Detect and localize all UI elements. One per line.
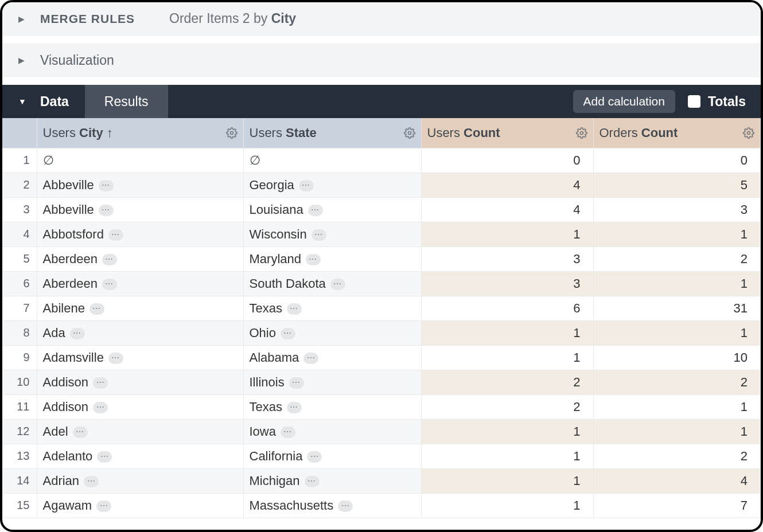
cell-orders-count[interactable]: 0 <box>593 148 761 173</box>
cell-state[interactable]: South Dakota <box>243 271 421 296</box>
gear-icon[interactable] <box>226 127 238 139</box>
column-header-state[interactable]: Users State <box>243 118 421 148</box>
ellipsis-icon[interactable] <box>289 377 304 389</box>
cell-city[interactable]: Adelanto <box>37 444 243 468</box>
cell-users-count[interactable]: 1 <box>421 320 593 345</box>
ellipsis-icon[interactable] <box>70 328 85 339</box>
cell-users-count[interactable]: 2 <box>421 370 593 394</box>
cell-orders-count[interactable]: 1 <box>593 222 761 247</box>
cell-orders-count[interactable]: 2 <box>593 247 761 271</box>
cell-users-count[interactable]: 3 <box>421 271 593 296</box>
ellipsis-icon[interactable] <box>287 402 302 413</box>
cell-state[interactable]: Georgia <box>243 173 421 197</box>
data-section-toggle[interactable]: Data <box>2 85 85 118</box>
cell-state[interactable]: Wisconsin <box>243 222 421 247</box>
cell-users-count[interactable]: 1 <box>421 444 593 468</box>
cell-city[interactable]: Abbotsford <box>37 222 243 247</box>
cell-city[interactable]: Addison <box>37 394 243 419</box>
ellipsis-icon[interactable] <box>93 377 108 389</box>
gear-icon[interactable] <box>404 127 415 139</box>
ellipsis-icon[interactable] <box>99 180 114 191</box>
cell-city[interactable]: Abbeville <box>37 173 243 197</box>
gear-icon[interactable] <box>743 127 754 139</box>
ellipsis-icon[interactable] <box>96 500 111 512</box>
cell-users-count[interactable]: 3 <box>421 247 593 271</box>
ellipsis-icon[interactable] <box>307 451 322 463</box>
ellipsis-icon[interactable] <box>108 353 123 364</box>
cell-state[interactable]: Louisiana <box>243 197 421 222</box>
ellipsis-icon[interactable] <box>303 353 318 364</box>
cell-users-count[interactable]: 4 <box>421 197 593 222</box>
cell-users-count[interactable]: 1 <box>421 493 593 518</box>
cell-city[interactable]: Adrian <box>37 468 243 493</box>
visualization-section[interactable]: Visualization <box>2 44 761 77</box>
ellipsis-icon[interactable] <box>312 229 326 241</box>
cell-orders-count[interactable]: 1 <box>593 419 761 444</box>
cell-city[interactable]: Abbeville <box>37 197 243 222</box>
add-calculation-button[interactable]: Add calculation <box>573 90 675 113</box>
cell-orders-count[interactable]: 5 <box>593 173 761 197</box>
ellipsis-icon[interactable] <box>84 476 99 487</box>
cell-users-count[interactable]: 0 <box>421 148 593 173</box>
cell-orders-count[interactable]: 1 <box>593 394 761 419</box>
ellipsis-icon[interactable] <box>308 205 323 216</box>
cell-state[interactable]: Ohio <box>243 320 421 345</box>
ellipsis-icon[interactable] <box>73 427 88 438</box>
ellipsis-icon[interactable] <box>89 303 104 315</box>
ellipsis-icon[interactable] <box>102 254 117 265</box>
cell-orders-count[interactable]: 2 <box>593 370 761 394</box>
cell-orders-count[interactable]: 1 <box>593 320 761 345</box>
cell-orders-count[interactable]: 10 <box>593 345 761 370</box>
cell-users-count[interactable]: 4 <box>421 173 593 197</box>
cell-users-count[interactable]: 6 <box>421 296 593 320</box>
cell-orders-count[interactable]: 3 <box>593 197 761 222</box>
ellipsis-icon[interactable] <box>287 303 302 315</box>
cell-orders-count[interactable]: 31 <box>593 296 761 320</box>
cell-city[interactable]: Agawam <box>37 493 243 518</box>
column-header-orders-count[interactable]: Orders Count <box>593 118 761 148</box>
cell-users-count[interactable]: 2 <box>421 394 593 419</box>
ellipsis-icon[interactable] <box>338 500 353 512</box>
cell-users-count[interactable]: 1 <box>421 222 593 247</box>
cell-city[interactable]: Aberdeen <box>37 271 243 296</box>
cell-state[interactable]: Iowa <box>243 419 421 444</box>
cell-state[interactable]: Texas <box>243 394 421 419</box>
gear-icon[interactable] <box>576 127 587 139</box>
ellipsis-icon[interactable] <box>299 180 314 191</box>
ellipsis-icon[interactable] <box>281 328 295 339</box>
totals-checkbox[interactable] <box>688 95 700 108</box>
cell-state[interactable]: ∅ <box>243 148 421 173</box>
cell-state[interactable]: Texas <box>243 296 421 320</box>
ellipsis-icon[interactable] <box>97 451 112 463</box>
ellipsis-icon[interactable] <box>330 279 345 290</box>
ellipsis-icon[interactable] <box>93 402 108 413</box>
column-header-city[interactable]: Users City↑ <box>37 118 243 148</box>
cell-state[interactable]: Alabama <box>243 345 421 370</box>
ellipsis-icon[interactable] <box>281 427 295 438</box>
cell-city[interactable]: Adel <box>37 419 243 444</box>
cell-orders-count[interactable]: 4 <box>593 468 761 493</box>
cell-state[interactable]: Michigan <box>243 468 421 493</box>
ellipsis-icon[interactable] <box>102 279 117 290</box>
ellipsis-icon[interactable] <box>305 476 320 487</box>
ellipsis-icon[interactable] <box>306 254 321 265</box>
cell-state[interactable]: Maryland <box>243 247 421 271</box>
cell-state[interactable]: Massachusetts <box>243 493 421 518</box>
cell-city[interactable]: Aberdeen <box>37 247 243 271</box>
cell-orders-count[interactable]: 1 <box>593 271 761 296</box>
cell-users-count[interactable]: 1 <box>421 419 593 444</box>
ellipsis-icon[interactable] <box>108 229 123 241</box>
merge-rules-section[interactable]: MERGE RULES Order Items 2 by City <box>2 2 761 36</box>
cell-city[interactable]: Abilene <box>37 296 243 320</box>
cell-users-count[interactable]: 1 <box>421 468 593 493</box>
cell-city[interactable]: Addison <box>37 370 243 394</box>
ellipsis-icon[interactable] <box>99 205 114 216</box>
totals-toggle[interactable]: Totals <box>686 93 746 109</box>
results-tab[interactable]: Results <box>85 85 168 118</box>
cell-state[interactable]: California <box>243 444 421 468</box>
cell-users-count[interactable]: 1 <box>421 345 593 370</box>
cell-state[interactable]: Illinois <box>243 370 421 394</box>
cell-orders-count[interactable]: 7 <box>593 493 761 518</box>
column-header-users-count[interactable]: Users Count <box>421 118 593 148</box>
cell-city[interactable]: Adamsville <box>37 345 243 370</box>
